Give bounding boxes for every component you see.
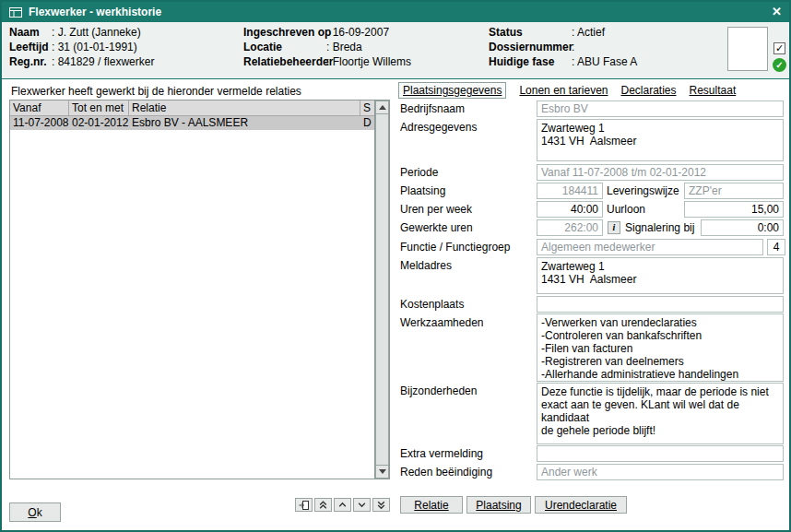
tab-resultaat[interactable]: Resultaat (690, 84, 737, 97)
regnr-value: : 841829 / flexwerker (52, 55, 154, 68)
leeftijd-label: Leeftijd (9, 41, 49, 53)
dialog-flexwerker-werkhistorie: Flexwerker - werkhistorie ✕ Naam : J. Zu… (0, 0, 791, 532)
relatie-button-label: Relatie (414, 499, 448, 512)
periode-field: Vanaf 11-07-2008 t/m 02-01-2012 (537, 164, 784, 181)
relatiebeheerder-label: Relatiebeheerder (243, 55, 333, 68)
bedrijfsnaam-label: Bedrijfsnaam (400, 102, 465, 115)
plaatsing-button[interactable]: Plaatsing (466, 496, 531, 514)
info-button[interactable]: i (608, 221, 620, 234)
signalering-bij-field[interactable]: 0:00 (701, 219, 784, 236)
urendeclaratie-button[interactable]: Urendeclaratie (535, 496, 627, 514)
goto-record-icon (299, 500, 310, 511)
status-label: Status (489, 26, 523, 39)
column-header-tot-en-met[interactable]: Tot en met (69, 100, 129, 115)
uren-per-week-label: Uren per week (400, 203, 472, 216)
tab-declaraties[interactable]: Declaraties (621, 84, 677, 97)
scroll-last-button[interactable] (372, 498, 390, 512)
table-row[interactable]: 11-07-2008 02-01-2012 Esbro BV - AALSMEE… (10, 116, 374, 130)
ingeschreven-op-value: : 16-09-2007 (326, 26, 389, 39)
extra-vermelding-field[interactable] (537, 445, 784, 462)
relations-table: Vanaf Tot en met Relatie S 11-07-2008 02… (9, 100, 390, 479)
uurloon-label: Uurloon (607, 203, 645, 216)
ingeschreven-op-label: Ingeschreven op (243, 26, 331, 39)
row-s: D (360, 116, 374, 130)
uurloon-field[interactable]: 15,00 (684, 201, 784, 218)
functiegroep-field[interactable]: 4 (767, 239, 785, 255)
uren-per-week-field[interactable]: 40:00 (537, 201, 603, 218)
plaatsing-field: 184411 (537, 183, 603, 199)
gewerkte-uren-field: 262:00 (537, 219, 603, 236)
scroll-first-button[interactable] (314, 498, 332, 512)
extra-vermelding-label: Extra vermelding (400, 447, 483, 460)
row-tot-en-met: 02-01-2012 (69, 116, 129, 130)
regnr-label: Reg.nr. (9, 55, 47, 68)
relatie-button[interactable]: Relatie (400, 496, 463, 514)
photo-placeholder (727, 27, 768, 71)
table-scrollbar[interactable] (374, 100, 389, 479)
relations-table-header: Vanaf Tot en met Relatie S (10, 100, 374, 116)
status-value: : Actief (572, 26, 605, 39)
naam-label: Naam (9, 26, 40, 39)
reden-beeindiging-label: Reden beëindiging (400, 466, 492, 479)
chevron-down-icon (357, 500, 367, 510)
window-title: Flexwerker - werkhistorie (29, 6, 161, 18)
ok-button[interactable]: Ok (9, 502, 61, 522)
tab-lonen-en-tarieven[interactable]: Lonen en tarieven (519, 84, 608, 97)
werkzaamheden-label: Werkzaamheden (400, 316, 484, 329)
title-bar: Flexwerker - werkhistorie ✕ (2, 2, 789, 22)
row-vanaf: 11-07-2008 (10, 116, 69, 130)
locatie-value: : Breda (326, 41, 362, 53)
person-info-header: Naam : J. Zutt (Janneke) Leeftijd : 31 (… (2, 22, 789, 79)
column-header-s[interactable]: S (360, 100, 374, 115)
scroll-next-button[interactable] (353, 498, 371, 512)
meldadres-label: Meldadres (400, 259, 452, 272)
adresgegevens-field[interactable]: Zwarteweg 1 1431 VH Aalsmeer (537, 119, 784, 161)
leeftijd-value: : 31 (01-01-1991) (52, 41, 137, 53)
dossiernummer-value: : (572, 41, 574, 53)
locatie-label: Locatie (243, 41, 282, 53)
kostenplaats-label: Kostenplaats (400, 298, 464, 311)
relatiebeheerder-value: : Floortje Willems (326, 55, 411, 68)
periode-label: Periode (400, 166, 438, 179)
werkzaamheden-field[interactable]: -Verwerken van urendeclaraties -Controle… (537, 313, 784, 382)
reden-beeindiging-field: Ander werk (537, 464, 784, 480)
relations-caption: Flexwerker heeft gewerkt bij de hieronde… (11, 85, 301, 98)
scroll-up-icon[interactable] (375, 100, 389, 114)
double-chevron-down-icon (376, 500, 386, 510)
tab-plaatsingsgegevens[interactable]: Plaatsingsgegevens (398, 82, 506, 99)
photo-checkbox[interactable]: ✓ (773, 42, 785, 54)
column-header-relatie[interactable]: Relatie (129, 100, 360, 115)
window-icon (9, 7, 22, 18)
ok-button-label: Ok (28, 506, 41, 519)
adresgegevens-label: Adresgegevens (400, 121, 477, 134)
close-button[interactable]: ✕ (772, 2, 782, 22)
chevron-up-icon (337, 500, 348, 510)
scroll-prev-button[interactable] (334, 498, 351, 512)
scrollbar-thumb[interactable] (375, 114, 389, 465)
leveringswijze-field: ZZP'er (684, 183, 784, 199)
urendeclaratie-button-label: Urendeclaratie (545, 499, 617, 512)
kostenplaats-field[interactable] (537, 296, 784, 313)
goto-record-button[interactable] (295, 498, 313, 512)
gewerkte-uren-label: Gewerkte uren (400, 221, 473, 234)
meldadres-field[interactable]: Zwarteweg 1 1431 VH Aalsmeer (537, 257, 784, 294)
double-chevron-up-icon (318, 500, 328, 510)
row-relatie: Esbro BV - AALSMEER (129, 116, 360, 130)
tab-bar: Plaatsingsgegevens Lonen en tarieven Dec… (398, 81, 736, 100)
naam-value: : J. Zutt (Janneke) (52, 26, 141, 39)
plaatsing-label: Plaatsing (400, 184, 445, 197)
column-header-vanaf[interactable]: Vanaf (10, 100, 69, 115)
scroll-down-icon[interactable] (375, 465, 389, 479)
signalering-bij-label: Signalering bij (625, 221, 694, 234)
bedrijfsnaam-field: Esbro BV (537, 100, 784, 117)
plaatsing-button-label: Plaatsing (476, 499, 521, 512)
huidige-fase-value: : ABU Fase A (572, 55, 637, 68)
dossiernummer-label: Dossiernummer (489, 41, 573, 53)
functie-field: Algemeen medewerker (537, 239, 763, 255)
status-ok-icon: ✓ (773, 58, 786, 72)
leveringswijze-label: Leveringswijze (607, 184, 679, 197)
huidige-fase-label: Huidige fase (489, 55, 554, 68)
bijzonderheden-label: Bijzonderheden (400, 384, 477, 397)
bijzonderheden-field[interactable]: Deze functie is tijdelijk, maar de perio… (537, 383, 784, 444)
functie-label: Functie / Functiegroep (400, 241, 510, 254)
